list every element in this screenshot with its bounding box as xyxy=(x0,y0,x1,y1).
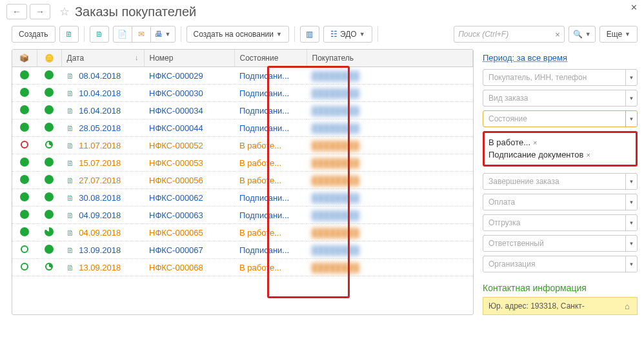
cell-state[interactable]: В работе... xyxy=(234,172,307,189)
table-row[interactable]: 🗎 04.09.2018НФКС-000065В работе...██████… xyxy=(12,224,473,241)
cell-state[interactable]: Подписани... xyxy=(234,85,307,102)
cell-number[interactable]: НФКС-000044 xyxy=(144,119,234,137)
clear-search-icon[interactable]: × xyxy=(551,30,564,39)
filter-completion[interactable]: ▼ xyxy=(483,173,638,190)
filter-buyer-input[interactable] xyxy=(483,73,625,82)
table-row[interactable]: 🗎 04.09.2018НФКС-000063Подписани...█████… xyxy=(12,207,473,224)
cell-number[interactable]: НФКС-000030 xyxy=(144,85,234,102)
table-row[interactable]: 🗎 27.07.2018НФКС-000056В работе...██████… xyxy=(12,172,473,189)
filter-shipment[interactable]: ▼ xyxy=(483,214,638,231)
cell-state[interactable]: Подписани... xyxy=(234,67,307,85)
cell-date[interactable]: 🗎 10.04.2018 xyxy=(61,85,144,102)
filter-responsible[interactable]: ▼ xyxy=(483,235,638,252)
create-copy-button[interactable]: 🗎 xyxy=(59,26,79,43)
nav-forward-button[interactable]: → xyxy=(30,4,50,19)
cell-buyer[interactable]: ████████ xyxy=(307,85,473,102)
cell-date[interactable]: 🗎 04.09.2018 xyxy=(61,224,144,241)
cell-buyer[interactable]: ████████ xyxy=(307,207,473,224)
filter-shipment-input[interactable] xyxy=(483,218,625,227)
print-button[interactable]: 🖶▼ xyxy=(150,26,176,43)
open-button[interactable]: 🗎 xyxy=(90,26,109,43)
cell-number[interactable]: НФКС-000062 xyxy=(144,189,234,207)
edo-button[interactable]: ☷ ЭДО ▼ xyxy=(323,26,372,43)
col-date[interactable]: Дата↓ xyxy=(61,50,144,67)
chevron-down-icon[interactable]: ▼ xyxy=(625,236,637,251)
chevron-down-icon[interactable]: ▼ xyxy=(625,174,637,189)
cell-number[interactable]: НФКС-000052 xyxy=(144,137,234,154)
cell-buyer[interactable]: ████████ xyxy=(307,172,473,189)
cell-number[interactable]: НФКС-000063 xyxy=(144,207,234,224)
cell-number[interactable]: НФКС-000065 xyxy=(144,224,234,241)
col-state[interactable]: Состояние xyxy=(234,50,307,67)
nav-back-button[interactable]: ← xyxy=(6,4,27,19)
favorite-icon[interactable]: ☆ xyxy=(59,5,70,19)
cell-buyer[interactable]: ████████ xyxy=(307,224,473,241)
cell-state[interactable]: Подписани... xyxy=(234,119,307,137)
cell-buyer[interactable]: ████████ xyxy=(307,119,473,137)
cell-state[interactable]: В работе... xyxy=(234,137,307,154)
table-row[interactable]: 🗎 08.04.2018НФКС-000029Подписани...█████… xyxy=(12,67,473,85)
cell-number[interactable]: НФКС-000034 xyxy=(144,102,234,119)
table-row[interactable]: 🗎 15.07.2018НФКС-000053В работе...██████… xyxy=(12,154,473,172)
cell-state[interactable]: В работе... xyxy=(234,259,307,276)
chevron-down-icon[interactable]: ▼ xyxy=(625,111,637,127)
period-link[interactable]: Период: за все время xyxy=(483,53,567,63)
filter-organization[interactable]: ▼ xyxy=(483,256,638,272)
filter-organization-input[interactable] xyxy=(483,260,625,269)
filter-order-type-input[interactable] xyxy=(483,94,625,103)
table-row[interactable]: 🗎 11.07.2018НФКС-000052В работе...██████… xyxy=(12,137,473,154)
cell-number[interactable]: НФКС-000067 xyxy=(144,241,234,259)
cell-buyer[interactable]: ████████ xyxy=(307,154,473,172)
chevron-down-icon[interactable]: ▼ xyxy=(625,215,637,230)
cell-buyer[interactable]: ████████ xyxy=(307,189,473,207)
mail-button[interactable]: ✉ xyxy=(132,26,151,43)
remove-tag-icon[interactable]: × xyxy=(586,151,590,159)
create-button[interactable]: Создать xyxy=(12,26,55,43)
cell-date[interactable]: 🗎 30.08.2018 xyxy=(61,189,144,207)
cell-date[interactable]: 🗎 16.04.2018 xyxy=(61,102,144,119)
filter-payment-input[interactable] xyxy=(483,198,625,207)
col-status2[interactable]: 🪙 xyxy=(37,50,61,67)
cell-state[interactable]: Подписани... xyxy=(234,207,307,224)
more-button[interactable]: Еще▼ xyxy=(599,26,638,43)
cell-buyer[interactable]: ████████ xyxy=(307,67,473,85)
file-button[interactable]: 📄 xyxy=(113,26,132,43)
table-row[interactable]: 🗎 10.04.2018НФКС-000030Подписани...█████… xyxy=(12,85,473,102)
col-buyer[interactable]: Покупатель xyxy=(307,50,473,67)
cell-number[interactable]: НФКС-000056 xyxy=(144,172,234,189)
filter-state[interactable]: ▼ xyxy=(483,110,638,127)
table-row[interactable]: 🗎 13.09.2018НФКС-000067Подписани...█████… xyxy=(12,241,473,259)
cell-date[interactable]: 🗎 15.07.2018 xyxy=(61,154,144,172)
cell-number[interactable]: НФКС-000029 xyxy=(144,67,234,85)
chevron-down-icon[interactable]: ▼ xyxy=(625,194,637,210)
col-status1[interactable]: 📦 xyxy=(12,50,37,67)
cell-state[interactable]: Подписани... xyxy=(234,102,307,119)
search-box[interactable]: × xyxy=(454,26,565,43)
cell-state[interactable]: Подписани... xyxy=(234,189,307,207)
col-number[interactable]: Номер xyxy=(144,50,234,67)
table-row[interactable]: 🗎 30.08.2018НФКС-000062Подписани...█████… xyxy=(12,189,473,207)
filter-buyer[interactable]: ▼ xyxy=(483,69,638,86)
filter-order-type[interactable]: ▼ xyxy=(483,90,638,107)
cell-date[interactable]: 🗎 13.09.2018 xyxy=(61,259,144,276)
cell-number[interactable]: НФКС-000068 xyxy=(144,259,234,276)
cell-date[interactable]: 🗎 27.07.2018 xyxy=(61,172,144,189)
search-button[interactable]: 🔍▼ xyxy=(569,26,596,43)
table-row[interactable]: 🗎 13.09.2018НФКС-000068В работе...██████… xyxy=(12,259,473,276)
close-icon[interactable]: ✕ xyxy=(630,3,638,12)
cell-state[interactable]: Подписани... xyxy=(234,241,307,259)
cell-date[interactable]: 🗎 28.05.2018 xyxy=(61,119,144,137)
filter-responsible-input[interactable] xyxy=(483,239,625,248)
cell-number[interactable]: НФКС-000053 xyxy=(144,154,234,172)
cell-state[interactable]: В работе... xyxy=(234,154,307,172)
filter-payment[interactable]: ▼ xyxy=(483,194,638,210)
chevron-down-icon[interactable]: ▼ xyxy=(625,70,637,85)
remove-tag-icon[interactable]: × xyxy=(533,139,537,147)
table-row[interactable]: 🗎 28.05.2018НФКС-000044Подписани...█████… xyxy=(12,119,473,137)
cell-date[interactable]: 🗎 11.07.2018 xyxy=(61,137,144,154)
filter-state-input[interactable] xyxy=(483,114,625,123)
chevron-down-icon[interactable]: ▼ xyxy=(625,256,637,272)
filter-completion-input[interactable] xyxy=(483,177,625,186)
cell-buyer[interactable]: ████████ xyxy=(307,137,473,154)
cell-date[interactable]: 🗎 08.04.2018 xyxy=(61,67,144,85)
